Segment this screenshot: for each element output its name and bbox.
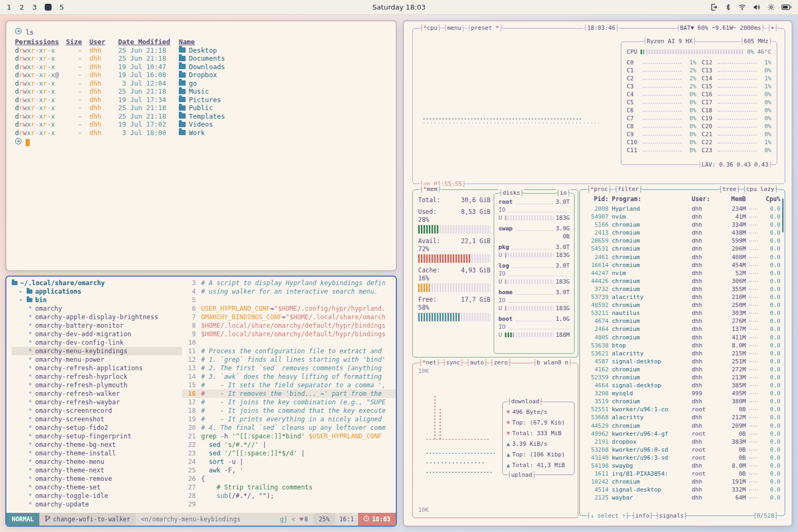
tree-item-omarchy-refresh-walker[interactable]: *omarchy-refresh-walker [12,389,182,398]
tree-item-omarchy-apple-display-brightness[interactable]: *omarchy-apple-display-brightness [12,313,182,321]
column-user[interactable]: User: [692,195,719,205]
editor-line[interactable]: 19# - It prints everything in a nicely a… [182,415,396,423]
select-control[interactable]: ┤↓ select ↑├ [586,512,629,520]
column-pid[interactable]: Pid: [585,195,612,205]
logout-icon[interactable] [710,3,718,11]
file-name[interactable]: Work [179,129,387,137]
process-row[interactable]: 4664signal-desktopdhh385M0.0 [585,381,780,389]
cpu-box-label[interactable]: ┤*cpu├ [419,24,442,32]
file-name[interactable]: Dropbox [179,71,387,79]
process-row[interactable]: 1611irq/81-PIXA3854:root0B0.0 [585,470,780,478]
proc-box-label[interactable]: ┤*proc├ [586,185,612,194]
column-program[interactable]: Program: [612,195,692,205]
system-monitor-window[interactable]: ┤*cpu├ ┤menu├ ┤preset *├ ┤18:03:46├ ┤BAT… [403,20,793,527]
process-row[interactable]: 2008Hyprlanddhh234M0.0 [585,205,780,213]
editor-line[interactable]: 7OMARCHY_BINDINGS_CONF="$HOME/.local/sha… [182,313,396,321]
tree-item-omarchy[interactable]: *omarchy [12,304,182,313]
menu-button[interactable]: ┤menu├ [443,24,466,32]
process-row[interactable]: 53739alacrittydhh210M0.0 [585,293,780,301]
editor-line[interactable]: 22 sed 's/#.*//' | [182,440,396,449]
editor-line[interactable]: 28 sub(/#.*/, ""); [182,492,396,500]
process-row[interactable]: 44247nvimdhh52M0.0 [585,269,780,277]
tree-item-omarchy-theme-bg-next[interactable]: *omarchy-theme-bg-next [12,440,182,449]
git-branch[interactable]: change-wofi-to-walker [39,513,136,526]
tree-item-omarchy-toggle-idle[interactable]: *omarchy-toggle-idle [12,492,182,500]
process-row[interactable]: 4674chromiumdhh276M0.0 [585,317,780,325]
process-row[interactable]: 2464chromiumdhh137M0.0 [585,325,780,333]
process-row[interactable]: 49962kworker/u96:4-gfroot0B0.0 [585,430,780,438]
editor-line[interactable]: 11# Process the configuration file to ex… [182,347,396,355]
process-row[interactable]: 43140kworker/u96:3-sdroot0B0.0 [585,454,780,462]
process-row[interactable]: 16614chromiumdhh454M0.0 [585,261,780,269]
editor-line[interactable]: 13# 2. The first `sed` removes comments … [182,364,396,372]
process-row[interactable]: 53621alacrittydhh215M0.0 [585,350,780,358]
process-row[interactable]: 2461chromiumdhh408M0.0 [585,253,780,261]
tree-item-omarchy-screenshot[interactable]: *omarchy-screenshot [12,415,182,423]
net-auto-button[interactable]: ┤auto├ [466,359,488,367]
terminal-window[interactable]: ls PermissionsSizeUserDate ModifiedName … [5,20,397,271]
editor-line[interactable]: 21grep -h '^[[:space:]]*bind' $USER_HYPR… [182,432,396,440]
process-row[interactable]: 2125waybardhh64M0.0 [585,494,780,502]
workspace-5[interactable]: 5 [59,3,64,11]
editor-window[interactable]: ~/.local/share/omarchy▸applications▾bin*… [5,276,397,527]
network-interface[interactable]: ┤b wlan0 n├ [533,359,572,367]
tree-item-omarchy-update[interactable]: *omarchy-update [12,500,182,509]
process-row[interactable]: 54198swaybgdhh8.0M0.0 [585,462,780,470]
process-row[interactable]: 54531chromiumdhh206M0.0 [585,245,780,253]
net-box-label[interactable]: ┤*net├ [418,359,440,367]
preset-button[interactable]: ┤preset *├ [467,24,503,32]
editor-line[interactable]: 17# - It joins the key combination (e.g.… [182,398,396,406]
column-memory[interactable]: MemB [719,195,746,205]
process-row[interactable]: 3732chromiumdhh355M0.0 [585,285,780,293]
sort-column[interactable]: ┤cpu lazy├ [742,185,778,194]
tree-item-omarchy-screenrecord[interactable]: *omarchy-screenrecord [12,406,182,415]
io-label[interactable]: ┤io├ [556,189,571,197]
file-name[interactable]: Videos [179,120,387,129]
editor-line[interactable]: 24 sort -u | [182,458,396,466]
bluetooth-icon[interactable] [725,3,732,11]
battery-icon[interactable] [782,4,792,10]
signals-button[interactable]: ┤signals├ [655,512,688,520]
editor-line[interactable]: 27 # Strip trailing comments [182,483,396,492]
process-row[interactable]: 53638btopdhh8.0M0.0 [585,342,780,350]
settings-gear-icon[interactable] [767,3,775,11]
tree-item-omarchy-theme-remove[interactable]: *omarchy-theme-remove [12,475,182,483]
process-row[interactable]: 44529chromiumdhh209M0.0 [585,422,780,430]
process-row[interactable]: 28659chromiumdhh599M0.0 [585,237,780,245]
process-row[interactable]: 52359chromiumdhh213M0.0 [585,373,780,381]
tree-item-omarchy-refresh-hyprlock[interactable]: *omarchy-refresh-hyprlock [12,372,182,381]
file-name[interactable]: Desktop [179,46,387,55]
file-name[interactable]: Pictures [179,96,387,104]
file-name[interactable]: Documents [179,54,387,63]
editor-line[interactable]: 4# using walker for an interactive searc… [182,287,396,296]
disks-label[interactable]: ┤disks├ [498,189,524,197]
process-row[interactable]: 44426chromiumdhh306M0.0 [585,277,780,285]
process-row[interactable]: 3519chromiumdhh380M0.0 [585,397,780,405]
workspace-2[interactable]: 2 [19,3,24,11]
tree-item-omarchy-dev-add-migration[interactable]: *omarchy-dev-add-migration [12,330,182,338]
editor-line[interactable]: 23 sed '/^[[:space:]]*$/d' | [182,449,396,458]
editor-line[interactable]: 20# 4. The final `sed` cleans up any lef… [182,423,396,432]
editor-line[interactable]: 6USER_HYPRLAND_CONF="$HOME/.config/hypr/… [182,304,396,313]
net-zero-button[interactable]: ┤zero├ [489,359,512,367]
add-graph-button[interactable]: ┤+├ [767,24,778,32]
tree-item-omarchy-battery-monitor[interactable]: *omarchy-battery-monitor [12,321,182,330]
tree-item-omarchy-setup-fingerprint[interactable]: *omarchy-setup-fingerprint [12,432,182,440]
tree-item-omarchy-theme-set[interactable]: *omarchy-theme-set [12,483,182,492]
process-row[interactable]: 3208mysqld999495M0.0 [585,389,780,397]
tree-item-omarchy-refresh-plymouth[interactable]: *omarchy-refresh-plymouth [12,381,182,389]
editor-line[interactable]: 10 [182,338,396,347]
tree-item-bin[interactable]: ▾bin [12,296,182,304]
tree-item-~/.local/share/omarchy[interactable]: ~/.local/share/omarchy [12,279,182,287]
editor-line[interactable]: 25 awk -F, ' [182,466,396,475]
tree-item-omarchy-theme-menu[interactable]: *omarchy-theme-menu [12,458,182,466]
tree-toggle[interactable]: ┤tree├ [718,185,741,194]
editor-line[interactable]: 29 [182,500,396,509]
tree-item-omarchy-refresh-waybar[interactable]: *omarchy-refresh-waybar [12,398,182,406]
filter-button[interactable]: ┤filter├ [613,185,643,194]
wifi-icon[interactable] [738,3,746,11]
file-name[interactable]: Public [179,104,387,112]
editor-line[interactable]: 15# - It sets the field separator to a c… [182,381,396,389]
editor-line[interactable]: 18# - It joins the command that the key … [182,406,396,415]
scrollbar[interactable] [782,198,784,232]
